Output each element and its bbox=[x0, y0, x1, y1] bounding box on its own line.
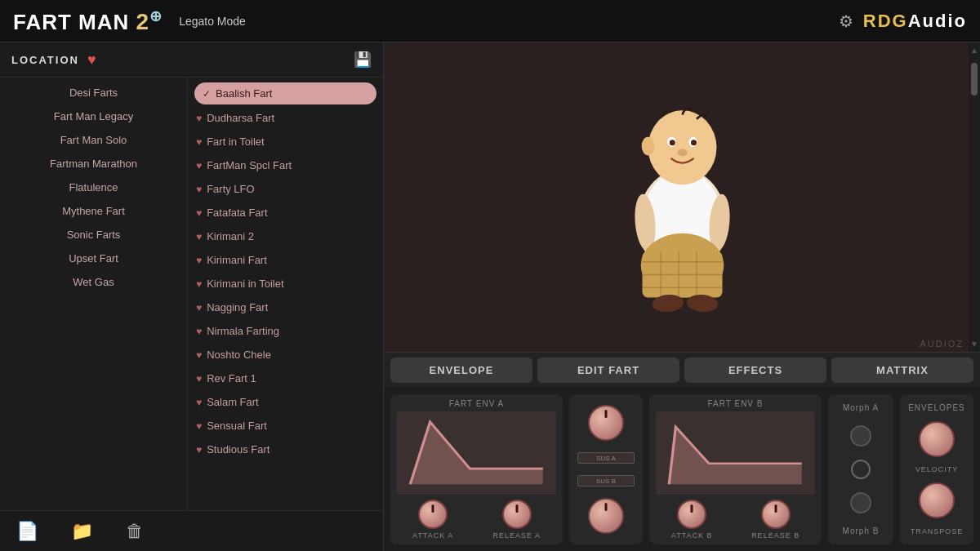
bottom-bar: 📄 📁 🗑 bbox=[0, 510, 383, 551]
audioz-watermark: AUDIOZ bbox=[920, 339, 964, 349]
preset-name: Dudharsa Fart bbox=[207, 112, 274, 124]
fart-env-b-display bbox=[656, 411, 815, 495]
sus-a-knob[interactable] bbox=[588, 405, 624, 441]
attack-b-knob-wrap: ATTACK B bbox=[671, 500, 713, 540]
gear-icon[interactable]: ⚙ bbox=[839, 11, 853, 31]
fart-env-b-label: FART ENV B bbox=[656, 399, 815, 408]
preset-item[interactable]: ♥Kirimani Fart bbox=[188, 248, 383, 272]
preset-name: Fart in Toilet bbox=[207, 136, 265, 148]
app-title: FART MAN 2⊕ bbox=[13, 7, 163, 35]
velocity-label: VELOCITY bbox=[915, 465, 959, 473]
release-a-knob-wrap: RELEASE A bbox=[492, 500, 541, 540]
sus-b-knob[interactable] bbox=[588, 498, 624, 534]
fart-env-b-block: FART ENV B ATTACK B RELEASE B bbox=[649, 394, 822, 544]
preset-name: Kirimani Fart bbox=[207, 254, 267, 266]
main-container: LOCATION ♥ 💾 Desi FartsFart Man LegacyFa… bbox=[0, 42, 980, 551]
left-panel: LOCATION ♥ 💾 Desi FartsFart Man LegacyFa… bbox=[0, 42, 384, 551]
category-item[interactable]: Wet Gas bbox=[0, 270, 187, 294]
preset-name: Nirmala Farting bbox=[207, 325, 279, 337]
envelope-section: FART ENV A ATTACK A RELEASE A bbox=[384, 388, 980, 551]
preset-item[interactable]: ♥Studious Fart bbox=[188, 438, 383, 461]
envelopes-block: ENVELOPES VELOCITY TRANSPOSE bbox=[900, 394, 973, 544]
fart-env-a-display bbox=[397, 411, 556, 495]
scroll-up-arrow[interactable]: ▲ bbox=[970, 46, 978, 55]
tab-envelope[interactable]: ENVELOPE bbox=[390, 358, 532, 383]
preset-name: Kirimani in Toilet bbox=[207, 278, 283, 290]
folder-icon[interactable]: 📁 bbox=[71, 521, 93, 542]
lists-container: Desi FartsFart Man LegacyFart Man SoloFa… bbox=[0, 78, 383, 510]
preset-name: Salam Fart bbox=[207, 396, 259, 408]
transpose-knob[interactable] bbox=[919, 482, 955, 518]
category-item[interactable]: Sonic Farts bbox=[0, 223, 187, 247]
attack-a-knob-wrap: ATTACK A bbox=[412, 500, 453, 540]
transpose-label: TRANSPOSE bbox=[911, 527, 964, 535]
preset-item[interactable]: ♥Noshto Chele bbox=[188, 343, 383, 367]
character-area: ▲ ▼ AUDIOZ bbox=[384, 42, 980, 352]
preset-item[interactable]: ♥Fart in Toilet bbox=[188, 130, 383, 153]
preset-item[interactable]: ♥Rev Fart 1 bbox=[188, 367, 383, 390]
category-item[interactable]: Fart Man Legacy bbox=[0, 104, 187, 128]
preset-name: FartMan Spcl Fart bbox=[207, 159, 292, 171]
release-b-knob-wrap: RELEASE B bbox=[751, 500, 800, 540]
tab-edit-fart[interactable]: EDIT FART bbox=[537, 358, 679, 383]
category-item[interactable]: Fartman Marathon bbox=[0, 152, 187, 176]
location-bar: LOCATION ♥ 💾 bbox=[0, 42, 383, 78]
topbar: FART MAN 2⊕ Legato Mode ⚙ RDGAudio bbox=[0, 0, 980, 42]
preset-item[interactable]: ♥Sensual Fart bbox=[188, 414, 383, 438]
release-a-label: RELEASE A bbox=[492, 531, 541, 540]
scroll-thumb[interactable] bbox=[971, 63, 978, 96]
release-a-knob[interactable] bbox=[502, 500, 532, 529]
sus-a-display: SUS A bbox=[577, 452, 635, 464]
attack-b-label: ATTACK B bbox=[671, 531, 713, 540]
morph-b-label: Morph B bbox=[843, 527, 880, 535]
category-item[interactable]: Flatulence bbox=[0, 176, 187, 199]
save-icon[interactable]: 💾 bbox=[354, 51, 372, 69]
preset-name: Farty LFO bbox=[207, 183, 255, 195]
svg-point-20 bbox=[677, 149, 687, 156]
morph-b-knob[interactable] bbox=[850, 492, 871, 513]
preset-item[interactable]: ♥FartMan Spcl Fart bbox=[188, 153, 383, 177]
trash-icon[interactable]: 🗑 bbox=[126, 521, 144, 542]
category-item[interactable]: Mythene Fart bbox=[0, 199, 187, 223]
category-item[interactable]: Fart Man Solo bbox=[0, 128, 187, 152]
tabs-bar: ENVELOPE EDIT FART EFFECTS MATTRIX bbox=[384, 352, 980, 388]
right-scrollbar[interactable]: ▲ ▼ bbox=[969, 42, 980, 352]
topbar-right: ⚙ RDGAudio bbox=[839, 11, 967, 32]
envelopes-title: ENVELOPES bbox=[908, 403, 965, 412]
scroll-down-arrow[interactable]: ▼ bbox=[970, 340, 978, 349]
new-file-icon[interactable]: 📄 bbox=[16, 521, 38, 542]
fart-env-a-block: FART ENV A ATTACK A RELEASE A bbox=[390, 394, 563, 544]
fart-env-a-label: FART ENV A bbox=[397, 399, 556, 408]
tab-mattrix[interactable]: MATTRIX bbox=[831, 358, 973, 383]
preset-item[interactable]: ♥Dudharsa Fart bbox=[188, 106, 383, 130]
attack-a-label: ATTACK A bbox=[412, 531, 453, 540]
svg-point-21 bbox=[641, 136, 654, 155]
velocity-knob[interactable] bbox=[919, 421, 955, 457]
preset-item[interactable]: ♥Kirimani 2 bbox=[188, 224, 383, 248]
heart-icon[interactable]: ♥ bbox=[87, 51, 96, 69]
preset-item[interactable]: ♥Nirmala Farting bbox=[188, 319, 383, 343]
tab-effects[interactable]: EFFECTS bbox=[684, 358, 826, 383]
preset-name: Baalish Fart bbox=[216, 87, 272, 100]
attack-a-knob[interactable] bbox=[418, 500, 448, 529]
preset-name: Noshto Chele bbox=[207, 349, 271, 361]
morph-center-dot bbox=[851, 460, 871, 479]
fart-env-b-knobs: ATTACK B RELEASE B bbox=[656, 500, 815, 540]
preset-item[interactable]: ♥Nagging Fart bbox=[188, 295, 383, 319]
preset-item[interactable]: ♥Kirimani in Toilet bbox=[188, 272, 383, 295]
category-item[interactable]: Desi Farts bbox=[0, 81, 187, 104]
right-panel: ▲ ▼ AUDIOZ ENVELOPE EDIT FART EFFECTS MA… bbox=[384, 42, 980, 551]
preset-item[interactable]: ♥Salam Fart bbox=[188, 390, 383, 414]
svg-point-18 bbox=[669, 140, 675, 145]
category-item[interactable]: Upset Fart bbox=[0, 247, 187, 270]
preset-item[interactable]: ✓Baalish Fart bbox=[194, 82, 376, 104]
morph-a-knob[interactable] bbox=[850, 425, 871, 447]
attack-b-knob[interactable] bbox=[677, 500, 706, 529]
preset-item[interactable]: ♥Farty LFO bbox=[188, 177, 383, 201]
location-label: LOCATION bbox=[11, 54, 79, 66]
release-b-knob[interactable] bbox=[761, 500, 791, 529]
preset-name: Nagging Fart bbox=[207, 301, 268, 313]
character-illustration bbox=[611, 83, 754, 312]
preset-item[interactable]: ♥Fatafata Fart bbox=[188, 201, 383, 224]
category-list: Desi FartsFart Man LegacyFart Man SoloFa… bbox=[0, 78, 188, 510]
